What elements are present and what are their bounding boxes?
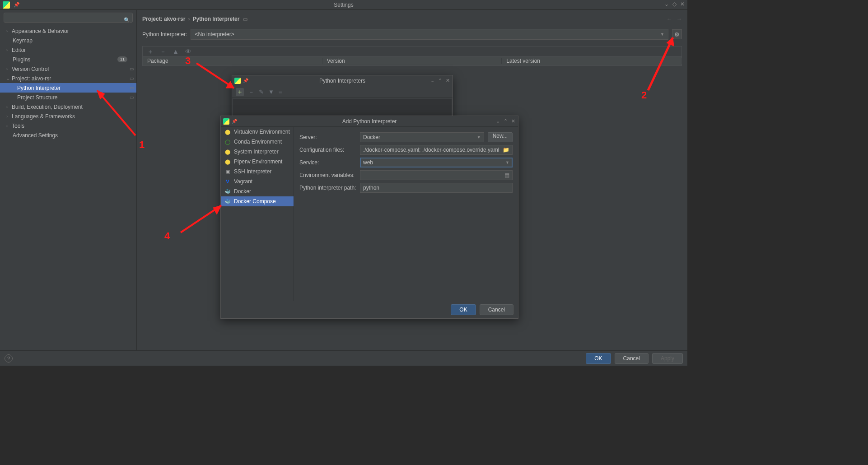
- type-docker-compose[interactable]: 🐳Docker Compose: [221, 196, 294, 206]
- conda-icon: ◯: [224, 139, 231, 145]
- tree-item-appearance[interactable]: ›Appearance & Behavior: [0, 26, 136, 36]
- type-docker[interactable]: 🐳Docker: [221, 186, 294, 196]
- tree-item-build[interactable]: ›Build, Execution, Deployment: [0, 102, 136, 112]
- type-virtualenv[interactable]: ⬤Virtualenv Environment: [221, 127, 294, 137]
- folder-icon[interactable]: 📁: [503, 147, 509, 153]
- filter-icon[interactable]: ▼: [268, 88, 274, 95]
- crumb-project[interactable]: Project: akvo-rsr: [142, 16, 185, 22]
- perproject-icon: ▭: [130, 85, 134, 90]
- cancel-button[interactable]: Cancel: [615, 353, 649, 364]
- add-icon[interactable]: ＋: [147, 48, 154, 55]
- remove-icon[interactable]: －: [248, 88, 254, 96]
- tree-item-python-interpreter[interactable]: Python Interpreter▭: [0, 83, 136, 93]
- tree-item-tools[interactable]: ›Tools: [0, 121, 136, 130]
- window-title: Settings: [334, 2, 353, 8]
- type-pipenv[interactable]: ⬤Pipenv Environment: [221, 157, 294, 167]
- maximize-icon[interactable]: ◇: [672, 1, 677, 7]
- perproject-icon: ▭: [243, 16, 247, 22]
- perproject-icon: ▭: [130, 66, 134, 71]
- cancel-button[interactable]: Cancel: [480, 304, 513, 315]
- paths-icon[interactable]: ≡: [279, 88, 282, 95]
- col-version: Version: [322, 58, 502, 64]
- interpreter-select[interactable]: <No interpreter> ▼: [191, 29, 668, 40]
- interpreter-type-list[interactable]: ⬤Virtualenv Environment ◯Conda Environme…: [221, 127, 294, 301]
- tree-item-project[interactable]: ⌄Project: akvo-rsr▭: [0, 74, 136, 83]
- dialog-title: Python Interpreters: [319, 78, 365, 84]
- app-icon: [234, 78, 241, 84]
- search-icon: 🔍: [124, 17, 130, 23]
- list-icon[interactable]: ▤: [504, 172, 509, 178]
- type-ssh[interactable]: ▣SSH Interpreter: [221, 167, 294, 177]
- env-label: Environment variables:: [299, 172, 356, 178]
- app-icon: [223, 118, 229, 125]
- close-icon[interactable]: ✕: [511, 118, 515, 124]
- type-conda[interactable]: ◯Conda Environment: [221, 137, 294, 147]
- service-select[interactable]: web▼: [360, 158, 513, 167]
- minimize-icon[interactable]: ⌄: [664, 1, 669, 7]
- docker-icon: 🐳: [224, 188, 231, 195]
- settings-sidebar: 🔍 ›Appearance & Behavior Keymap ›Editor …: [0, 10, 137, 350]
- interpreter-path-input[interactable]: [360, 183, 513, 193]
- collapse-icon[interactable]: ⌄: [496, 118, 500, 124]
- pin-icon[interactable]: 📌: [14, 2, 20, 8]
- tree-item-advanced[interactable]: Advanced Settings: [0, 130, 136, 140]
- pin-icon[interactable]: 📌: [243, 78, 248, 83]
- python-icon: ⬤: [224, 129, 231, 135]
- docker-compose-icon: 🐳: [224, 198, 231, 205]
- vagrant-icon: V: [224, 178, 231, 185]
- search-input[interactable]: [4, 13, 133, 23]
- tree-item-languages[interactable]: ›Languages & Frameworks: [0, 112, 136, 121]
- expand-icon[interactable]: ⌃: [504, 118, 508, 124]
- env-vars-field[interactable]: ▤: [360, 170, 513, 180]
- eye-icon[interactable]: 👁: [185, 48, 191, 55]
- add-button[interactable]: ＋: [236, 88, 244, 96]
- gear-icon[interactable]: ⚙: [672, 29, 682, 39]
- pin-icon[interactable]: 📌: [232, 119, 237, 124]
- config-files-field[interactable]: ./docker-compose.yaml; ./docker-compose.…: [360, 145, 513, 155]
- new-server-button[interactable]: New...: [488, 132, 513, 142]
- server-select[interactable]: Docker▼: [360, 132, 484, 142]
- ok-button[interactable]: OK: [586, 353, 611, 364]
- interpreters-toolbar: ＋ － ✎ ▼ ≡: [232, 86, 453, 98]
- config-label: Configuration files:: [299, 147, 356, 153]
- remove-icon[interactable]: －: [160, 48, 166, 55]
- chevron-down-icon: ▼: [505, 160, 509, 165]
- tree-item-project-structure[interactable]: Project Structure▭: [0, 93, 136, 102]
- packages-header: Package Version Latest version: [142, 56, 682, 66]
- ssh-icon: ▣: [224, 168, 231, 175]
- up-icon[interactable]: ▲: [173, 48, 179, 55]
- settings-tree[interactable]: ›Appearance & Behavior Keymap ›Editor Pl…: [0, 25, 136, 350]
- help-icon[interactable]: ?: [5, 354, 13, 363]
- perproject-icon: ▭: [130, 95, 134, 100]
- server-label: Server:: [299, 134, 356, 140]
- app-icon: [3, 1, 10, 9]
- apply-button[interactable]: Apply: [652, 353, 683, 364]
- edit-icon[interactable]: ✎: [259, 88, 264, 95]
- chevron-down-icon: ▼: [660, 32, 664, 37]
- tree-item-keymap[interactable]: Keymap: [0, 36, 136, 45]
- plugins-badge: 11: [117, 56, 127, 62]
- close-icon[interactable]: ✕: [680, 1, 685, 7]
- ok-button[interactable]: OK: [451, 304, 476, 315]
- tree-item-vcs[interactable]: ›Version Control▭: [0, 64, 136, 74]
- chevron-down-icon: ▼: [477, 135, 481, 140]
- path-label: Python interpreter path:: [299, 185, 356, 191]
- close-icon[interactable]: ✕: [446, 78, 450, 84]
- tree-item-editor[interactable]: ›Editor: [0, 45, 136, 55]
- type-system[interactable]: ⬤System Interpreter: [221, 147, 294, 157]
- back-icon[interactable]: ←: [667, 16, 672, 22]
- interpreter-label: Python Interpreter:: [142, 31, 187, 37]
- forward-icon[interactable]: →: [677, 16, 682, 22]
- col-package: Package: [143, 58, 322, 64]
- interpreter-form: Server: Docker▼ New... Configuration fil…: [294, 127, 518, 301]
- packages-toolbar: ＋ － ▲ 👁: [142, 46, 682, 56]
- tree-item-plugins[interactable]: Plugins11: [0, 55, 136, 64]
- breadcrumb: Project: akvo-rsr › Python Interpreter ▭…: [142, 14, 682, 24]
- service-label: Service:: [299, 159, 356, 166]
- crumb-page: Python Interpreter: [192, 16, 239, 22]
- collapse-icon[interactable]: ⌄: [430, 78, 434, 84]
- perproject-icon: ▭: [130, 76, 134, 81]
- type-vagrant[interactable]: VVagrant: [221, 177, 294, 186]
- col-latest: Latest version: [502, 58, 681, 64]
- expand-icon[interactable]: ⌃: [438, 78, 442, 84]
